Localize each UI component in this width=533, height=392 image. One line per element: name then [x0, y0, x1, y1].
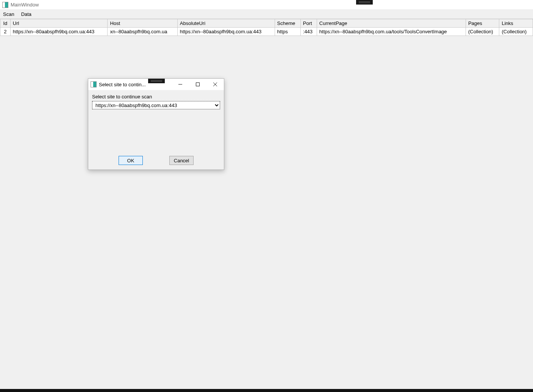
table-row[interactable]: 2 https://xn--80aabspfh9bq.com.ua:443 xn…: [0, 28, 533, 36]
app-icon: [2, 2, 8, 8]
cell-absoluteuri[interactable]: https://xn--80aabspfh9bq.com.ua:443: [177, 28, 275, 36]
titlebar-handle-widget: [356, 0, 373, 5]
dialog-handle-widget: [148, 79, 165, 83]
menu-data[interactable]: Data: [21, 11, 31, 17]
cell-host[interactable]: xn--80aabspfh9bq.com.ua: [108, 28, 177, 36]
col-currentpage[interactable]: CurrentPage: [317, 19, 466, 28]
select-site-dialog: Select site to contin...: [88, 78, 224, 170]
site-combobox[interactable]: https://xn--80aabspfh9bq.com.ua:443: [92, 101, 220, 109]
cell-port[interactable]: :443: [300, 28, 317, 36]
cell-currentpage[interactable]: https://xn--80aabspfh9bq.com.ua/tools/To…: [317, 28, 466, 36]
menu-scan[interactable]: Scan: [3, 11, 14, 17]
dialog-app-icon: [91, 81, 97, 87]
col-port[interactable]: Port: [300, 19, 317, 28]
client-area: Id Url Host AbsoluteUri Scheme Port Curr…: [0, 19, 533, 389]
dialog-titlebar: Select site to contin...: [88, 79, 224, 90]
cell-pages[interactable]: (Collection): [466, 28, 499, 36]
dialog-button-row: OK Cancel: [88, 156, 224, 165]
cancel-button[interactable]: Cancel: [169, 156, 194, 165]
svg-rect-1: [196, 83, 200, 86]
col-url[interactable]: Url: [10, 19, 108, 28]
col-host[interactable]: Host: [108, 19, 177, 28]
ok-button[interactable]: OK: [119, 156, 143, 165]
col-scheme[interactable]: Scheme: [275, 19, 300, 28]
menubar: Scan Data: [0, 10, 533, 19]
cell-id[interactable]: 2: [0, 28, 11, 36]
main-titlebar: MainWindow: [0, 0, 533, 10]
close-button[interactable]: [206, 79, 224, 90]
col-pages[interactable]: Pages: [466, 19, 499, 28]
grid-header-row: Id Url Host AbsoluteUri Scheme Port Curr…: [0, 19, 533, 28]
col-absoluteuri[interactable]: AbsoluteUri: [177, 19, 275, 28]
col-links[interactable]: Links: [499, 19, 533, 28]
data-grid: Id Url Host AbsoluteUri Scheme Port Curr…: [0, 19, 533, 36]
window-title: MainWindow: [11, 2, 39, 8]
dialog-label: Select site to continue scan: [92, 94, 220, 100]
dialog-title: Select site to contin...: [99, 82, 146, 87]
cell-scheme[interactable]: https: [275, 28, 300, 36]
col-id[interactable]: Id: [0, 19, 11, 28]
maximize-button[interactable]: [189, 79, 206, 90]
cell-url[interactable]: https://xn--80aabspfh9bq.com.ua:443: [10, 28, 108, 36]
dialog-sysbuttons: [172, 79, 224, 90]
dialog-body: Select site to continue scan https://xn-…: [88, 90, 224, 109]
minimize-button[interactable]: [172, 79, 189, 90]
taskbar: [0, 389, 533, 392]
cell-links[interactable]: (Collection): [499, 28, 533, 36]
